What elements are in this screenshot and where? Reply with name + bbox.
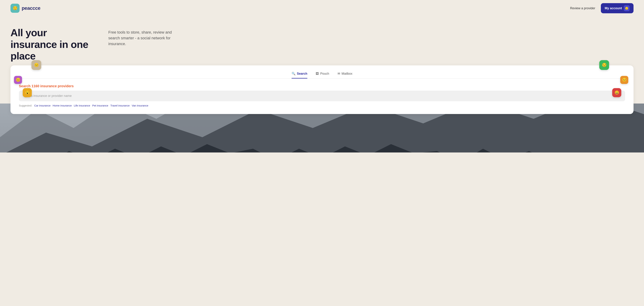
search-card: 🔍 Search 🖼 Pouch ✉ Mailbox Search 1160 i…: [10, 65, 634, 114]
tab-pouch[interactable]: 🖼 Pouch: [316, 72, 329, 79]
search-icon: 🔍: [292, 72, 296, 76]
tab-mailbox[interactable]: ✉ Mailbox: [338, 72, 352, 79]
provider-count: 1160: [32, 84, 39, 88]
avatar-yellow: 😮: [23, 88, 32, 97]
avatar-purple: 😊: [14, 76, 22, 84]
search-label-suffix: insurance providers: [39, 84, 74, 88]
avatar-beige: 😐: [32, 60, 41, 70]
suggested-links-area: Suggested: Car insurance Home insurance …: [19, 104, 625, 107]
tab-pouch-label: Pouch: [320, 72, 329, 76]
search-input[interactable]: [19, 91, 625, 101]
account-icon: 😌: [624, 5, 630, 11]
pouch-icon: 🖼: [316, 72, 319, 76]
search-label-prefix: Search: [19, 84, 32, 88]
suggested-home[interactable]: Home insurance: [52, 104, 72, 107]
avatar-orange: 😊: [620, 76, 628, 84]
hero-subtitle: Free tools to store, share, review and s…: [108, 27, 182, 47]
my-account-button[interactable]: My account 😌: [601, 3, 634, 13]
hero-section: All your insurance in one place Free too…: [0, 17, 644, 65]
suggested-van[interactable]: Van insurance: [132, 104, 148, 107]
suggested-travel[interactable]: Travel insurance: [110, 104, 130, 107]
tab-search-label: Search: [297, 72, 307, 76]
avatar-red: 😄: [612, 88, 621, 97]
avatar-green: 😒: [599, 60, 609, 70]
suggested-pet[interactable]: Pet insurance: [92, 104, 108, 107]
suggested-car[interactable]: Car insurance: [34, 104, 50, 107]
logo-area: 😌 peaccce: [10, 4, 40, 13]
suggested-label: Suggested:: [19, 104, 32, 107]
search-section: 😐 😊 😮 😒 😊 😄 🔍 Search 🖼 Pouch ✉ Mailbox S…: [10, 65, 634, 114]
navbar: 😌 peaccce Review a provider My account 😌: [0, 0, 644, 17]
mailbox-icon: ✉: [338, 72, 340, 76]
hero-title: All your insurance in one place: [10, 27, 94, 62]
tab-mailbox-label: Mailbox: [342, 72, 352, 76]
tab-bar: 🔍 Search 🖼 Pouch ✉ Mailbox: [19, 72, 625, 79]
nav-right: Review a provider My account 😌: [570, 3, 634, 13]
review-provider-link[interactable]: Review a provider: [570, 7, 595, 10]
logo-icon: 😌: [10, 4, 20, 13]
search-content: Search 1160 insurance providers Suggeste…: [19, 84, 625, 107]
suggested-life[interactable]: Life insurance: [74, 104, 90, 107]
logo-text: peaccce: [22, 6, 40, 11]
tab-search[interactable]: 🔍 Search: [292, 72, 307, 79]
search-label: Search 1160 insurance providers: [19, 84, 625, 88]
search-input-wrapper: [19, 91, 625, 101]
my-account-label: My account: [605, 7, 622, 10]
